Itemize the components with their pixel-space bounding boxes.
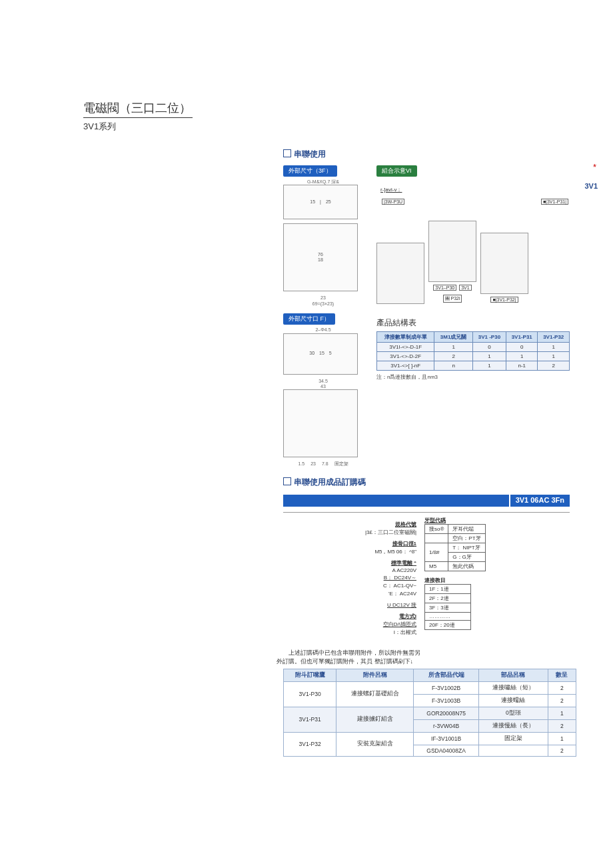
elec-i: I：出權式 [283,629,416,636]
thread-title: 牙型代碼 [424,517,544,524]
thread-table: 接so®牙耳代端 空白：PT牙 1/8#T： NIPT牙 G：G牙 M5無此代碼 [424,524,486,571]
dim-drawing-f-top: 30 15 5 [283,333,358,375]
volt-c: C： AC1-QV~ [283,582,416,589]
port-line: M5，M5 06： ^8" [283,548,416,555]
dim-phi: 2–Φ4.5 [283,327,363,333]
spec-h: 規格代號 [283,521,416,528]
struct-table: 津接數單制成年單 3M1成兄關 3V1 -P30 3V1-P31 3V1-P32… [376,331,570,371]
side-series-label: 3V1 [584,182,598,190]
table-row: 3V1-<>[ ]-nF n 1 n-1 2 [377,361,570,371]
struct-th-1: 3M1成兄關 [434,332,472,343]
struct-note: 注：n爲連接數自，且nm3 [376,373,570,381]
acc-th-3: 部品呂稱 [478,669,548,681]
struct-table-title: 產品結構表 [376,317,570,329]
tag-assembly: 組合示意VI [376,165,417,177]
elec-blank: 空白D/\插匝式 [283,621,416,628]
dim-drawing-top: 15 | 25 [283,185,358,219]
tag-outer-3f: 外部尺寸（3F） [283,165,337,177]
dim-fixed: 固定架 [334,461,348,466]
star-note: * [593,162,596,172]
label-w-p3u: |3W-P3U [382,199,404,205]
section-serial-order: 串聯使用成品訂購碼 [283,477,570,488]
assy-drawing-2 [428,221,476,282]
dim-34-5: 34.5 [318,379,328,383]
conn-table: 1F：1連 2F：2連 3F：3連 ………… 20F：20連 [424,584,471,630]
volt-h: 標準電離 “ [283,559,416,567]
spec-line: |3£：三口二位室磁關| [283,529,416,536]
accessory-note: 上述訂購碼中已包含串聯用附件，所以附件無需另 外訂購。但也可單獨訂購附件，其員 … [277,649,570,666]
elec-h: 電方式I [283,613,416,620]
accessory-table: 附斗訂嘴鷹 附件呂稱 所含部品代端 部品呂稱 數呈 3V1-P30 連接螺釘基礎… [283,669,576,757]
port-h: 接骨口徑1 [283,540,416,547]
table-row: 3V1I-<>-D-1F 1 0 0 1 [377,343,570,352]
dim-7-8: 7.8 [322,461,328,466]
tag-outer-f: 外部尺寸口 F） [283,313,335,325]
label-p32: ■|3V1-P32| [490,297,518,303]
label-p30: 3V1–P30 [433,285,456,291]
struct-th-0: 津接數單制成年單 [377,332,434,343]
table-row: 3V1-<>-D-2F 2 1 1 1 [377,352,570,361]
label-p31: ■|3V1-P31| [541,199,568,205]
dim-69: 69=(3×23) [312,301,334,306]
dim-23b: 23 [310,461,316,466]
table-row: 3V1-P32 安裝克架組含 IF-3V1001B 固定架 1 [284,732,576,745]
assy-drawing-1 [376,243,424,304]
dim-1-5: 1.5 [298,461,305,466]
acc-th-4: 數呈 [548,669,576,681]
struct-th-2: 3V1 -P30 [472,332,506,343]
struct-th-3: 3V1-P31 [506,332,538,343]
volt-a: A AC220V [283,567,416,573]
label-3v1: 3V1 [459,285,471,291]
dim-23: 23 [320,295,326,300]
label-r-avi: r-]avi-v： [380,187,402,193]
assy-drawing-3 [480,233,528,294]
section-serial-use: 串聯使用 [283,149,570,160]
volt-u: U DC12V 接 [283,601,416,609]
acc-th-2: 所含部品代端 [414,669,479,681]
volt-b: B： DC24V～ [283,574,416,581]
order-code: 3V1 06AC 3Fn [509,495,570,507]
acc-th-1: 附件呂稱 [336,669,414,681]
label-tuan-p32: 團 P32i [443,295,462,303]
table-row: 3V1-P30 連接螺釘基礎組合 F-3V1002B 連接嘯絲（短） 2 [284,681,576,694]
acc-th-0: 附斗訂嘴鷹 [284,669,336,681]
dim-note-top: G-M&XQ.7 深& [283,179,363,185]
dim-43: 43 [320,384,326,389]
dim-drawing-f-front [283,389,358,457]
series-label: 3V1系列 [83,121,573,133]
volt-e: 'E： AC24V [283,590,416,597]
code-spec-column: 規格代號 |3£：三口二位室磁關| 接骨口徑1 M5，M5 06： ^8" 標準… [283,517,416,637]
page-title: 電磁閥（三口二位） [83,100,193,118]
struct-th-4: 3V1-P32 [538,332,570,343]
order-code-band: 3V1 06AC 3Fn [283,495,570,507]
conn-title: 連接教目 [424,577,544,584]
dim-drawing-front: 76 18 [283,223,358,291]
table-row: 3V1-P31 建接擄釘組含 GOR20008N75 0型璟 1 [284,707,576,719]
